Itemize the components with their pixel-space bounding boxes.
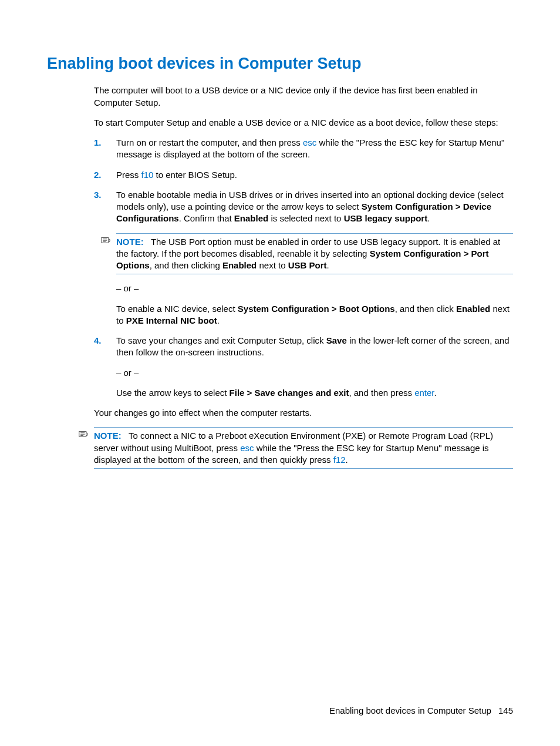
step-2: 2. Press f10 to enter BIOS Setup.: [94, 169, 513, 181]
bold-text: Enabled: [234, 213, 268, 223]
arrow-keys-paragraph: Use the arrow keys to select File > Save…: [116, 387, 513, 399]
note-block: NOTE: To connect a NIC to a Preboot eXec…: [94, 427, 513, 469]
text: To enable a NIC device, select: [116, 304, 238, 314]
step-number: 1.: [94, 137, 102, 149]
key-enter: enter: [414, 388, 434, 398]
note-text: .: [327, 260, 329, 270]
page-footer: Enabling boot devices in Computer Setup1…: [329, 705, 513, 717]
note-text: , and then clicking: [150, 260, 222, 270]
step-text: to enter BIOS Setup.: [153, 170, 237, 180]
step-text: is selected next to: [268, 213, 343, 223]
bold-text: Save: [326, 335, 347, 345]
page-number: 145: [498, 705, 513, 715]
step-1: 1. Turn on or restart the computer, and …: [94, 137, 513, 161]
note-label: NOTE:: [116, 237, 144, 247]
step-text: .: [427, 213, 430, 223]
note-container: NOTE: The USB Port option must be enable…: [116, 233, 513, 275]
note-icon: [77, 430, 89, 439]
document-page: Enabling boot devices in Computer Setup …: [0, 0, 560, 746]
page-heading: Enabling boot devices in Computer Setup: [47, 53, 513, 74]
text: , and then press: [349, 388, 414, 398]
step-number: 4.: [94, 335, 102, 347]
step-number: 2.: [94, 169, 102, 181]
step-text: Turn on or restart the computer, and the…: [116, 137, 303, 147]
step-text: Press: [116, 170, 141, 180]
intro-paragraph-2: To start Computer Setup and enable a USB…: [94, 117, 513, 129]
text: Use the arrow keys to select: [116, 388, 230, 398]
bold-text: PXE Internal NIC boot: [126, 315, 217, 325]
note-label: NOTE:: [94, 431, 122, 441]
step-4: 4. To save your changes and exit Compute…: [94, 335, 513, 359]
key-esc: esc: [303, 137, 316, 147]
body-content: The computer will boot to a USB device o…: [94, 85, 513, 469]
note-text: next to: [257, 260, 288, 270]
bold-text: USB legacy support: [344, 213, 428, 223]
note-text: .: [346, 455, 348, 465]
bold-text: Enabled: [222, 260, 257, 270]
step-text: . Confirm that: [179, 213, 234, 223]
step-text: To save your changes and exit Computer S…: [116, 335, 326, 345]
nic-paragraph: To enable a NIC device, select System Co…: [116, 303, 513, 327]
bold-text: System Configuration > Boot Options: [238, 304, 395, 314]
key-esc: esc: [240, 443, 254, 453]
or-separator: – or –: [116, 367, 513, 379]
steps-list: 1. Turn on or restart the computer, and …: [94, 137, 513, 225]
text: , and then click: [395, 304, 456, 314]
step-number: 3.: [94, 189, 102, 201]
note-icon: [100, 236, 112, 246]
closing-paragraph: Your changes go into effect when the com…: [94, 407, 513, 419]
footer-title: Enabling boot devices in Computer Setup: [329, 705, 491, 715]
intro-paragraph-1: The computer will boot to a USB device o…: [94, 85, 513, 109]
text: .: [217, 315, 220, 325]
steps-list-continued: 4. To save your changes and exit Compute…: [94, 335, 513, 359]
bold-text: USB Port: [288, 260, 327, 270]
key-f12: f12: [333, 455, 346, 465]
or-separator: – or –: [116, 283, 513, 294]
bold-text: Enabled: [456, 304, 490, 314]
note-block: NOTE: The USB Port option must be enable…: [116, 233, 513, 275]
bold-text: File > Save changes and exit: [230, 388, 349, 398]
key-f10: f10: [141, 170, 154, 180]
text: .: [434, 388, 437, 398]
step-3: 3. To enable bootable media in USB drive…: [94, 189, 513, 225]
